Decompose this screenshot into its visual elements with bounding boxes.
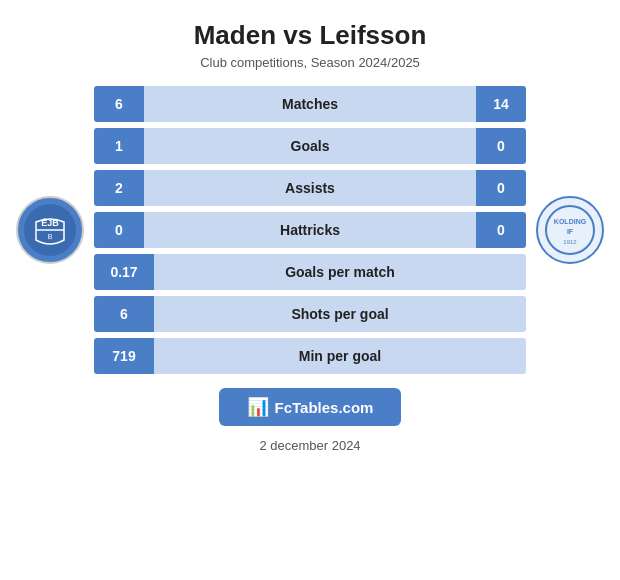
- comparison-area: ÉJB B 6 Matches 14 1 Goals 0 2 Assists 0…: [10, 86, 610, 374]
- stats-rows: 6 Matches 14 1 Goals 0 2 Assists 0 0 Hat…: [90, 86, 530, 374]
- stat-left-val-4: 0.17: [94, 254, 154, 290]
- stat-left-val-3: 0: [94, 212, 144, 248]
- stat-label-0: Matches: [144, 86, 476, 122]
- stat-left-val-1: 1: [94, 128, 144, 164]
- stat-label-2: Assists: [144, 170, 476, 206]
- kolding-logo-svg: KOLDING IF 1912: [544, 204, 596, 256]
- page-subtitle: Club competitions, Season 2024/2025: [200, 55, 420, 70]
- fctables-icon: 📊: [247, 396, 269, 418]
- stat-label-4: Goals per match: [154, 254, 526, 290]
- team-logo-left: ÉJB B: [10, 196, 90, 264]
- stat-label-5: Shots per goal: [154, 296, 526, 332]
- stat-right-val-0: 14: [476, 86, 526, 122]
- stat-right-val-3: 0: [476, 212, 526, 248]
- stat-label-1: Goals: [144, 128, 476, 164]
- fctables-banner[interactable]: 📊 FcTables.com: [219, 388, 402, 426]
- stat-row-5: 6 Shots per goal: [94, 296, 526, 332]
- stat-row-1: 1 Goals 0: [94, 128, 526, 164]
- stat-right-val-1: 0: [476, 128, 526, 164]
- stat-right-val-2: 0: [476, 170, 526, 206]
- stat-left-val-0: 6: [94, 86, 144, 122]
- stat-row-6: 719 Min per goal: [94, 338, 526, 374]
- stat-left-val-2: 2: [94, 170, 144, 206]
- stat-row-4: 0.17 Goals per match: [94, 254, 526, 290]
- stat-left-val-5: 6: [94, 296, 154, 332]
- svg-text:B: B: [48, 233, 53, 240]
- date-footer: 2 december 2024: [259, 438, 360, 453]
- team-logo-right: KOLDING IF 1912: [530, 196, 610, 264]
- stat-row-2: 2 Assists 0: [94, 170, 526, 206]
- svg-text:IF: IF: [567, 228, 574, 235]
- stat-row-0: 6 Matches 14: [94, 86, 526, 122]
- svg-text:1912: 1912: [563, 239, 577, 245]
- team-logo-right-circle: KOLDING IF 1912: [536, 196, 604, 264]
- stat-label-3: Hattricks: [144, 212, 476, 248]
- fctables-text: FcTables.com: [275, 399, 374, 416]
- svg-text:KOLDING: KOLDING: [554, 218, 587, 225]
- team-logo-left-circle: ÉJB B: [16, 196, 84, 264]
- stat-row-3: 0 Hattricks 0: [94, 212, 526, 248]
- page-title: Maden vs Leifsson: [194, 20, 427, 51]
- stat-label-6: Min per goal: [154, 338, 526, 374]
- stat-left-val-6: 719: [94, 338, 154, 374]
- page: Maden vs Leifsson Club competitions, Sea…: [0, 0, 620, 580]
- ejb-logo-svg: ÉJB B: [22, 202, 78, 258]
